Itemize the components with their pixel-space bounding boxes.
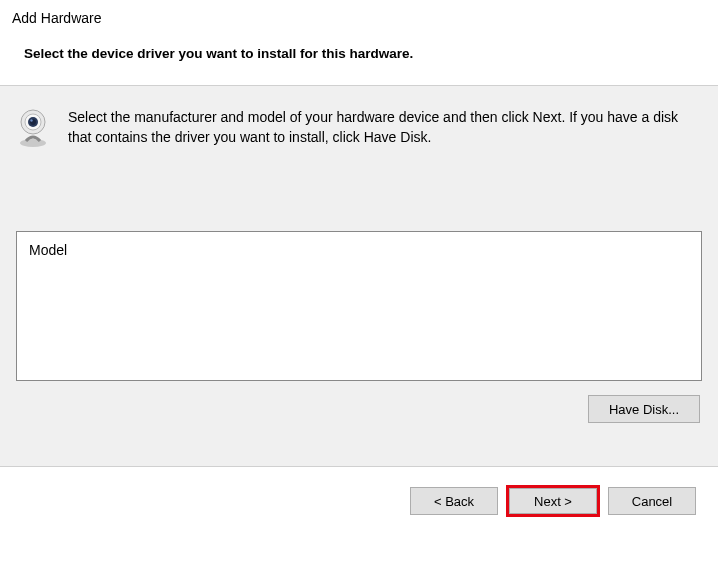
webcam-icon	[16, 108, 50, 151]
cancel-button[interactable]: Cancel	[608, 487, 696, 515]
wizard-footer: < Back Next > Cancel	[0, 467, 718, 517]
have-disk-button[interactable]: Have Disk...	[588, 395, 700, 423]
have-disk-row: Have Disk...	[16, 395, 702, 423]
next-button[interactable]: Next >	[509, 488, 597, 514]
svg-point-5	[30, 119, 32, 121]
svg-point-0	[20, 139, 46, 147]
content-panel: Select the manufacturer and model of you…	[0, 85, 718, 467]
model-list-header: Model	[29, 242, 689, 258]
window-title: Add Hardware	[0, 0, 718, 32]
model-list[interactable]: Model	[16, 231, 702, 381]
page-subtitle: Select the device driver you want to ins…	[0, 32, 718, 85]
back-button[interactable]: < Back	[410, 487, 498, 515]
next-button-highlight: Next >	[506, 485, 600, 517]
instruction-row: Select the manufacturer and model of you…	[16, 108, 702, 151]
instruction-text: Select the manufacturer and model of you…	[68, 108, 702, 147]
